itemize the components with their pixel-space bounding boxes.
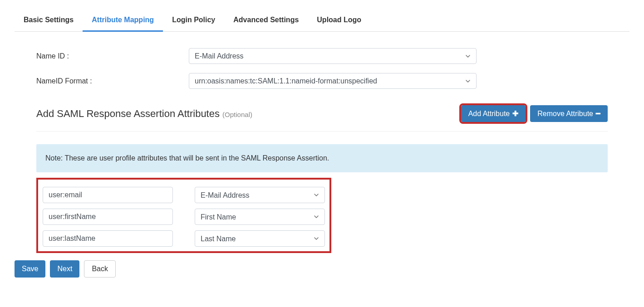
back-button[interactable]: Back — [84, 260, 116, 278]
remove-attribute-label: Remove Attribute — [537, 110, 593, 118]
save-button[interactable]: Save — [15, 260, 45, 278]
tabs-bar: Basic Settings Attribute Mapping Login P… — [15, 9, 629, 32]
assertion-title-text: Add SAML Response Assertion Attributes — [36, 108, 220, 119]
nameid-format-select[interactable]: urn:oasis:names:tc:SAML:1.1:nameid-forma… — [189, 73, 477, 89]
assertion-buttons: Add Attribute ✚ Remove Attribute ━ — [461, 105, 608, 122]
attribute-mapping-box: E-Mail Address First Name Last Name — [36, 178, 331, 253]
attribute-key-input[interactable] — [43, 209, 173, 225]
nameid-select[interactable]: E-Mail Address — [189, 48, 477, 64]
note-box: Note: These are user profile attributes … — [36, 144, 608, 172]
attribute-row: Last Name — [43, 230, 325, 247]
attribute-row: First Name — [43, 209, 325, 225]
content-area: Name ID : E-Mail Address NameID Format :… — [15, 48, 629, 253]
add-attribute-button[interactable]: Add Attribute ✚ — [461, 105, 526, 122]
tab-basic-settings[interactable]: Basic Settings — [15, 10, 83, 32]
nameid-format-label: NameID Format : — [36, 77, 189, 85]
add-attribute-label: Add Attribute — [468, 110, 510, 118]
nameid-label: Name ID : — [36, 52, 189, 60]
assertion-section-title: Add SAML Response Assertion Attributes (… — [36, 108, 252, 120]
footer-buttons: Save Next Back — [15, 260, 629, 278]
attribute-value-select[interactable]: Last Name — [195, 230, 325, 247]
tab-attribute-mapping[interactable]: Attribute Mapping — [83, 10, 163, 32]
attribute-row: E-Mail Address — [43, 187, 325, 203]
plus-icon: ✚ — [512, 109, 518, 118]
next-button[interactable]: Next — [50, 260, 79, 278]
attribute-key-input[interactable] — [43, 230, 173, 247]
nameid-format-row: NameID Format : urn:oasis:names:tc:SAML:… — [36, 73, 608, 89]
minus-icon: ━ — [596, 109, 600, 118]
attribute-key-input[interactable] — [43, 187, 173, 203]
assertion-section-header: Add SAML Response Assertion Attributes (… — [36, 105, 608, 132]
remove-attribute-button[interactable]: Remove Attribute ━ — [530, 105, 608, 122]
nameid-row: Name ID : E-Mail Address — [36, 48, 608, 64]
tab-login-policy[interactable]: Login Policy — [163, 10, 224, 32]
tab-advanced-settings[interactable]: Advanced Settings — [224, 10, 308, 32]
attribute-value-select[interactable]: E-Mail Address — [195, 187, 325, 203]
attribute-value-select[interactable]: First Name — [195, 209, 325, 225]
tab-upload-logo[interactable]: Upload Logo — [308, 10, 370, 32]
assertion-optional-text: (Optional) — [222, 111, 252, 118]
